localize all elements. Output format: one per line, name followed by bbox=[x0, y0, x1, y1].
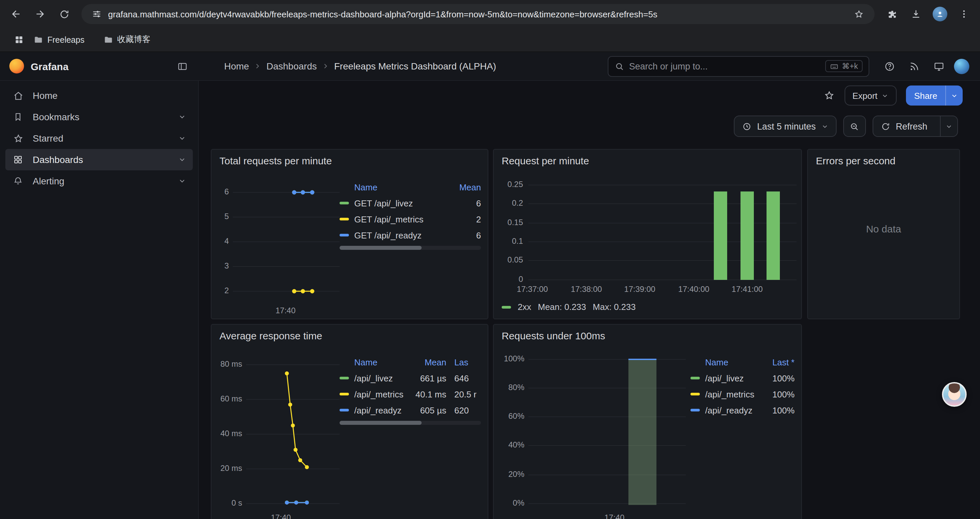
legend-col-mean[interactable]: Mean bbox=[444, 182, 481, 192]
address-bar[interactable]: grafana.mathmast.com/d/deytv4rwavabkb/fr… bbox=[81, 4, 875, 24]
legend[interactable]: 2xx Mean: 0.233 Max: 0.233 bbox=[502, 302, 636, 312]
legend-row[interactable]: GET /api/_metrics 2 bbox=[340, 211, 481, 227]
back-button[interactable] bbox=[6, 4, 26, 24]
average-response-time-chart[interactable]: 80 ms60 ms40 ms20 ms0 s17:40 bbox=[215, 350, 342, 519]
news-button[interactable] bbox=[905, 57, 923, 75]
apps-grid-button[interactable] bbox=[10, 31, 27, 48]
x-axis-tick: 17:38:00 bbox=[566, 284, 606, 295]
legend-row[interactable]: /api/_readyz 100% bbox=[690, 402, 795, 418]
refresh-button[interactable]: Refresh bbox=[873, 116, 935, 136]
breadcrumb-dashboards[interactable]: Dashboards bbox=[267, 61, 317, 72]
series-name[interactable]: /api/_metrics bbox=[705, 389, 757, 399]
favorite-star-button[interactable] bbox=[823, 89, 835, 102]
chart-canvas[interactable] bbox=[498, 350, 689, 519]
chevron-down-icon[interactable] bbox=[178, 177, 186, 185]
help-button[interactable] bbox=[880, 57, 899, 75]
total-requests-chart[interactable]: 6543217:40 bbox=[215, 175, 342, 316]
search-input[interactable] bbox=[629, 61, 821, 71]
series-name[interactable]: /api/_livez bbox=[705, 373, 757, 383]
legend-col-name[interactable]: Name bbox=[690, 357, 757, 367]
request-per-minute-chart[interactable]: 0.250.20.150.10.05017:37:0017:38:0017:39… bbox=[498, 175, 798, 295]
chevron-down-icon[interactable] bbox=[178, 156, 186, 164]
y-axis-tick: 6 bbox=[215, 187, 229, 197]
browser-menu-button[interactable] bbox=[954, 4, 974, 24]
chevron-down-icon[interactable] bbox=[178, 113, 186, 121]
series-name[interactable]: 2xx bbox=[518, 302, 531, 312]
no-data-message: No data bbox=[808, 223, 959, 235]
panel-title[interactable]: Average response time bbox=[220, 330, 322, 341]
sidebar-item-bookmarks[interactable]: Bookmarks bbox=[5, 106, 193, 128]
legend-col-mean[interactable]: Mean bbox=[409, 357, 446, 367]
legend-table: Name Last * /api/_livez 100% /api/_metri… bbox=[690, 354, 795, 418]
panel-title[interactable]: Request per minute bbox=[502, 155, 589, 166]
series-mean-value: 6 bbox=[444, 230, 481, 240]
display-button[interactable] bbox=[929, 57, 948, 75]
sidebar-item-starred[interactable]: Starred bbox=[5, 128, 193, 149]
downloads-button[interactable] bbox=[906, 4, 926, 24]
sidebar-item-home[interactable]: Home bbox=[5, 85, 193, 106]
legend-col-name[interactable]: Name bbox=[340, 357, 409, 367]
series-name[interactable]: GET /api/_livez bbox=[354, 198, 444, 208]
y-axis-tick: 0 bbox=[498, 275, 523, 284]
bookmark-item-blogs[interactable]: 收藏博客 bbox=[99, 32, 154, 48]
share-button[interactable]: Share bbox=[906, 86, 945, 105]
sidebar-toggle-button[interactable] bbox=[177, 61, 188, 72]
reload-button[interactable] bbox=[54, 4, 74, 24]
panel-title[interactable]: Errors per second bbox=[816, 155, 895, 166]
zoom-out-icon bbox=[849, 121, 859, 131]
forward-button[interactable] bbox=[30, 4, 50, 24]
requests-under-100ms-chart[interactable]: 100%80%60%40%20%0%17:40 bbox=[498, 350, 689, 519]
refresh-interval-button[interactable] bbox=[940, 116, 957, 136]
panel-title[interactable]: Total requests per minute bbox=[220, 155, 332, 166]
legend-row[interactable]: /api/_livez 100% bbox=[690, 370, 795, 386]
legend-scrollbar[interactable] bbox=[340, 246, 481, 250]
bookmark-item-freeleaps[interactable]: Freeleaps bbox=[29, 33, 88, 47]
y-axis-tick: 60 ms bbox=[215, 394, 242, 404]
legend-scrollbar[interactable] bbox=[340, 421, 481, 425]
series-name[interactable]: GET /api/_metrics bbox=[354, 214, 444, 224]
series-name[interactable]: /api/_readyz bbox=[354, 405, 409, 415]
extensions-button[interactable] bbox=[882, 4, 902, 24]
bookmark-label: Freeleaps bbox=[48, 35, 84, 45]
series-color-dash bbox=[340, 377, 349, 379]
user-avatar[interactable] bbox=[954, 58, 969, 74]
grafana-logo[interactable] bbox=[10, 59, 24, 73]
legend-col-name[interactable]: Name bbox=[340, 182, 444, 192]
series-name[interactable]: /api/_livez bbox=[354, 373, 409, 383]
apps-grid-icon bbox=[14, 35, 24, 45]
legend-row[interactable]: /api/_readyz 605 µs 620 bbox=[340, 402, 481, 418]
assistant-avatar-overlay[interactable] bbox=[942, 382, 967, 407]
legend-col-last[interactable]: Las bbox=[454, 357, 481, 367]
export-button[interactable]: Export bbox=[844, 86, 897, 105]
scrollbar-thumb[interactable] bbox=[340, 246, 422, 250]
panel-title[interactable]: Requests under 100ms bbox=[502, 330, 605, 341]
chart-canvas[interactable] bbox=[498, 175, 798, 295]
series-name[interactable]: /api/_metrics bbox=[354, 389, 409, 399]
scrollbar-thumb[interactable] bbox=[340, 421, 422, 425]
series-name[interactable]: /api/_readyz bbox=[705, 405, 757, 415]
search-box[interactable]: ⌘+k bbox=[608, 56, 869, 77]
breadcrumb-home[interactable]: Home bbox=[224, 61, 249, 72]
breadcrumb: Home Dashboards Freeleaps Metrics Dashbo… bbox=[224, 61, 496, 72]
legend-col-last[interactable]: Last * bbox=[757, 357, 795, 367]
sidebar-item-dashboards[interactable]: Dashboards bbox=[5, 149, 193, 170]
legend-row[interactable]: GET /api/_readyz 6 bbox=[340, 227, 481, 243]
legend-header: Name Last * bbox=[690, 354, 795, 370]
sidebar-item-alerting[interactable]: Alerting bbox=[5, 170, 193, 192]
series-name[interactable]: GET /api/_readyz bbox=[354, 230, 444, 240]
chart-canvas[interactable] bbox=[215, 175, 342, 316]
profile-avatar bbox=[932, 7, 947, 21]
profile-button[interactable] bbox=[930, 4, 950, 24]
bookmark-star-icon[interactable] bbox=[851, 6, 867, 22]
series-color-dash bbox=[690, 409, 700, 412]
site-info-icon[interactable] bbox=[89, 7, 104, 21]
chevron-down-icon[interactable] bbox=[178, 134, 186, 142]
legend-row[interactable]: /api/_livez 661 µs 646 bbox=[340, 370, 481, 386]
legend-row[interactable]: /api/_metrics 100% bbox=[690, 386, 795, 402]
zoom-out-button[interactable] bbox=[843, 115, 865, 137]
time-range-picker[interactable]: Last 5 minutes bbox=[734, 115, 837, 137]
legend-row[interactable]: GET /api/_livez 6 bbox=[340, 195, 481, 211]
url-text[interactable]: grafana.mathmast.com/d/deytv4rwavabkb/fr… bbox=[108, 9, 851, 19]
legend-row[interactable]: /api/_metrics 40.1 ms 20.5 r bbox=[340, 386, 481, 402]
share-menu-button[interactable] bbox=[945, 86, 963, 105]
